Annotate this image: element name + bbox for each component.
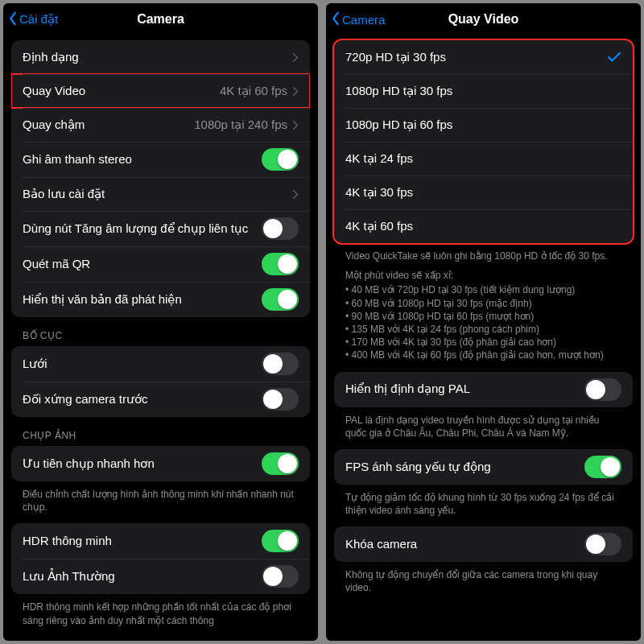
group-video-resolution: 720p HD tại 30 fps1080p HD tại 30 fps108… (334, 40, 633, 243)
row-label: 1080p HD tại 30 fps (345, 84, 621, 99)
row-label: FPS ánh sáng yếu tự động (345, 460, 584, 475)
toggle-switch[interactable] (262, 452, 299, 475)
group-layout: LướiĐối xứng camera trước (11, 346, 310, 417)
toggle-switch[interactable] (262, 217, 299, 240)
row-camera-2[interactable]: Quay chậm1080p tại 240 fps (11, 108, 310, 142)
row-hdr-1[interactable]: Lưu Ảnh Thường (11, 559, 310, 594)
toggle-switch[interactable] (262, 288, 299, 311)
toggle-switch[interactable] (584, 533, 621, 555)
back-label: Cài đặt (19, 12, 58, 27)
chevron-left-icon (331, 11, 341, 28)
quicktake-note: Video QuickTake sẽ luôn ghi bằng 1080p H… (345, 250, 621, 262)
toggle-switch[interactable] (584, 456, 621, 478)
nav-bar: Cài đặt Camera (3, 3, 318, 35)
auto-fps-footer: Tự động giảm tốc độ khung hình từ 30 fps… (334, 488, 633, 526)
toggle-switch[interactable] (262, 388, 299, 411)
screen-record-video: Camera Quay Video 720p HD tại 30 fps1080… (326, 3, 641, 641)
row-label: Lưới (23, 357, 262, 372)
row-label: Quay Video (23, 84, 220, 99)
row-label: Lưu Ảnh Thường (23, 569, 262, 584)
row-resolution-1[interactable]: 1080p HD tại 30 fps (334, 74, 633, 108)
row-label: 4K tại 30 fps (345, 185, 621, 200)
row-resolution-5[interactable]: 4K tại 60 fps (334, 209, 633, 243)
lock-footer: Không tự động chuyển đổi giữa các camera… (334, 565, 633, 604)
toggle-switch[interactable] (262, 530, 299, 552)
toggle-switch[interactable] (262, 565, 299, 588)
group-hdr: HDR thông minhLưu Ảnh Thường (11, 523, 310, 594)
minute-intro: Một phút video sẽ xấp xỉ: (345, 269, 621, 282)
row-layout-0[interactable]: Lưới (11, 346, 310, 382)
minute-line: 170 MB với 4K tại 30 fps (độ phân giải c… (345, 336, 621, 349)
row-show-pal[interactable]: Hiển thị định dạng PAL (334, 372, 633, 407)
back-label: Camera (342, 13, 385, 27)
row-capture-0[interactable]: Ưu tiên chụp nhanh hơn (11, 446, 310, 481)
chevron-right-icon (292, 189, 299, 200)
row-label: Hiển thị văn bản đã phát hiện (23, 292, 262, 308)
row-label: Khóa camera (345, 537, 584, 552)
minute-line: 135 MB với 4K tại 24 fps (phong cách phi… (345, 323, 621, 336)
row-label: 4K tại 60 fps (345, 219, 621, 234)
row-camera-7[interactable]: Hiển thị văn bản đã phát hiện (11, 282, 310, 317)
toggle-switch[interactable] (584, 378, 621, 401)
row-resolution-4[interactable]: 4K tại 30 fps (334, 175, 633, 209)
group-lock-camera: Khóa camera (334, 526, 633, 562)
hdr-footer: HDR thông minh kết hợp những phần tốt nh… (11, 597, 310, 636)
group-auto-fps: FPS ánh sáng yếu tự động (334, 449, 633, 485)
row-label: Bảo lưu cài đặt (23, 187, 291, 202)
row-camera-6[interactable]: Quét mã QR (11, 246, 310, 282)
row-camera-5[interactable]: Dùng nút Tăng âm lượng để chụp liên tục (11, 211, 310, 246)
video-info: Video QuickTake sẽ luôn ghi bằng 1080p H… (334, 246, 633, 372)
row-label: Ưu tiên chụp nhanh hơn (23, 456, 262, 472)
back-button[interactable]: Camera (331, 11, 385, 28)
settings-scroll[interactable]: 720p HD tại 30 fps1080p HD tại 30 fps108… (326, 35, 641, 641)
row-label: HDR thông minh (23, 534, 262, 549)
chevron-right-icon (292, 86, 299, 97)
row-camera-0[interactable]: Định dạng (11, 40, 310, 74)
minute-line: 400 MB với 4K tại 60 fps (độ phân giải c… (345, 349, 621, 361)
chevron-left-icon (8, 11, 18, 28)
row-label: Định dạng (23, 50, 291, 65)
row-layout-1[interactable]: Đối xứng camera trước (11, 382, 310, 417)
row-label: Quay chậm (23, 118, 194, 133)
toggle-switch[interactable] (262, 148, 299, 171)
section-header-capture: CHỤP ẢNH (11, 428, 310, 446)
row-label: Dùng nút Tăng âm lượng để chụp liên tục (23, 221, 262, 237)
row-auto-low-light-fps[interactable]: FPS ánh sáng yếu tự động (334, 449, 633, 485)
capture-footer: Điều chỉnh chất lượng hình ảnh thông min… (11, 485, 310, 523)
pal-footer: PAL là định dạng video truyền hình được … (334, 411, 633, 449)
group-recording: Định dạngQuay Video4K tại 60 fpsQuay chậ… (11, 40, 310, 317)
back-button[interactable]: Cài đặt (8, 11, 58, 28)
chevron-right-icon (292, 52, 299, 63)
row-label: Quét mã QR (23, 257, 262, 272)
row-label: Đối xứng camera trước (23, 392, 262, 407)
row-hdr-0[interactable]: HDR thông minh (11, 523, 310, 559)
settings-scroll[interactable]: Định dạngQuay Video4K tại 60 fpsQuay chậ… (3, 35, 318, 641)
row-label: 4K tại 24 fps (345, 151, 621, 167)
row-detail: 1080p tại 240 fps (194, 118, 287, 132)
row-resolution-0[interactable]: 720p HD tại 30 fps (334, 40, 633, 74)
row-detail: 4K tại 60 fps (220, 84, 287, 98)
row-camera-4[interactable]: Bảo lưu cài đặt (11, 177, 310, 211)
row-camera-3[interactable]: Ghi âm thanh stereo (11, 142, 310, 177)
minute-line: 90 MB với 1080p HD tại 60 fps (mượt hơn) (345, 310, 621, 323)
minute-line: 40 MB với 720p HD tại 30 fps (tiết kiệm … (345, 283, 621, 296)
chevron-right-icon (292, 120, 299, 130)
section-header-layout: BỐ CỤC (11, 328, 310, 346)
row-lock-camera[interactable]: Khóa camera (334, 526, 633, 562)
group-pal: Hiển thị định dạng PAL (334, 372, 633, 407)
minute-list: 40 MB với 720p HD tại 30 fps (tiết kiệm … (345, 283, 621, 361)
row-label: Ghi âm thanh stereo (23, 152, 262, 167)
row-camera-1[interactable]: Quay Video4K tại 60 fps (11, 74, 310, 108)
row-resolution-3[interactable]: 4K tại 24 fps (334, 142, 633, 175)
toggle-switch[interactable] (262, 253, 299, 275)
row-resolution-2[interactable]: 1080p HD tại 60 fps (334, 108, 633, 142)
screen-camera-settings: Cài đặt Camera Định dạngQuay Video4K tại… (3, 3, 318, 641)
row-label: 1080p HD tại 60 fps (345, 118, 621, 133)
minute-line: 60 MB với 1080p HD tại 30 fps (mặc định) (345, 297, 621, 310)
row-label: 720p HD tại 30 fps (345, 50, 607, 65)
toggle-switch[interactable] (262, 353, 299, 375)
nav-bar: Camera Quay Video (326, 3, 641, 35)
row-label: Hiển thị định dạng PAL (345, 382, 584, 397)
group-capture: Ưu tiên chụp nhanh hơn (11, 446, 310, 481)
check-icon (607, 52, 621, 63)
